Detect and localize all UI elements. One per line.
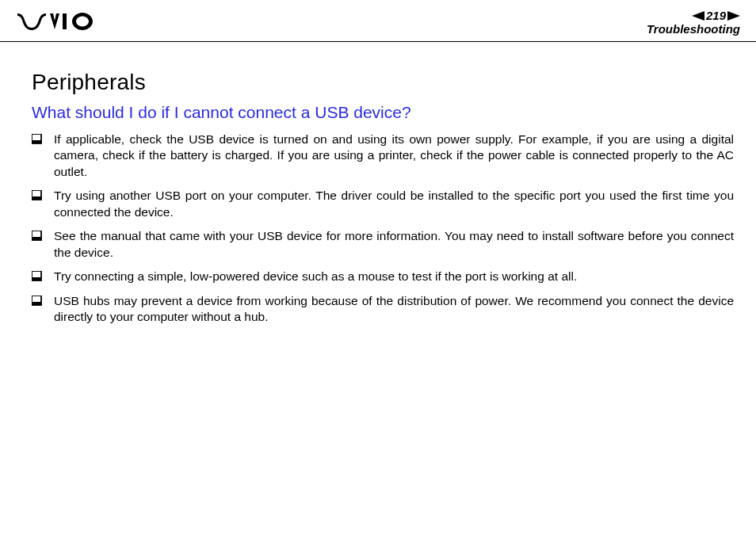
page-content: Peripherals What should I do if I cannot… [32,70,734,334]
svg-rect-13 [32,302,41,305]
list-item-text: If applicable, check the USB device is t… [54,132,734,178]
checkbox-bullet-icon [32,132,42,143]
svg-marker-0 [50,13,59,29]
header-rule [0,41,756,42]
checkbox-bullet-icon [32,189,42,199]
list-item-text: Try connecting a simple, low-powered dev… [54,269,577,283]
page-navigator: 219 [647,10,740,23]
section-link[interactable]: Troubleshooting [647,23,740,36]
svg-rect-9 [32,237,41,240]
list-item-text: Try using another USB port on your compu… [54,189,734,218]
svg-rect-1 [63,13,67,29]
vaio-logo [17,13,94,33]
list-item-text: See the manual that came with your USB d… [54,229,734,258]
list-item: USB hubs may prevent a device from worki… [32,293,734,326]
list-item-text: USB hubs may prevent a device from worki… [54,294,734,323]
svg-rect-11 [32,277,41,280]
list-item: See the manual that came with your USB d… [32,228,734,261]
next-page-arrow-icon[interactable] [727,11,740,21]
svg-rect-5 [32,140,41,143]
page-number: 219 [704,10,727,23]
page-title: Peripherals [32,70,734,95]
list-item: Try connecting a simple, low-powered dev… [32,269,734,284]
svg-rect-7 [32,196,41,200]
list-item: Try using another USB port on your compu… [32,188,734,220]
checkbox-bullet-icon [32,269,42,280]
checkbox-bullet-icon [32,229,42,239]
bullet-list: If applicable, check the USB device is t… [32,132,734,326]
svg-marker-2 [692,11,704,21]
page-container: 219 Troubleshooting Peripherals What sho… [0,0,756,534]
checkbox-bullet-icon [32,294,42,304]
header-right: 219 Troubleshooting [647,10,740,36]
prev-page-arrow-icon[interactable] [692,11,704,21]
list-item: If applicable, check the USB device is t… [32,132,734,180]
svg-marker-3 [727,11,740,21]
question-heading: What should I do if I cannot connect a U… [32,103,734,122]
page-header: 219 Troubleshooting [0,0,756,40]
